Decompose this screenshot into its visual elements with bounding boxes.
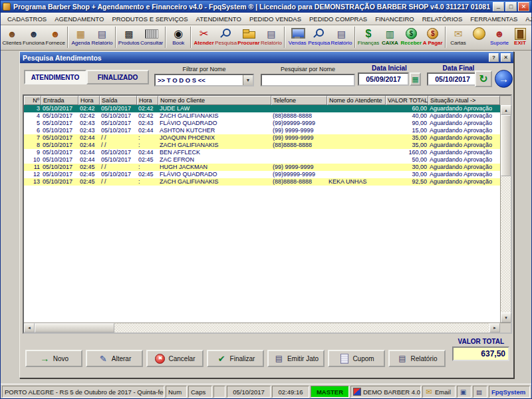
toolbar-button-a-pagar[interactable]: A Pagar — [422, 26, 443, 49]
toolbar-button-cartas[interactable]: Cartas — [448, 26, 468, 49]
toolbar-button-fornecedores[interactable]: Fornece — [45, 26, 65, 49]
toolbar-button-book[interactable]: Book — [168, 26, 188, 49]
calendar-icon[interactable] — [410, 72, 421, 86]
refresh-button[interactable] — [475, 70, 492, 87]
table-row[interactable]: 1005/10/201702:4405/10/201702:45ZAC EFRO… — [24, 156, 500, 164]
filter-by-name-label: Filtrar por Nome — [154, 66, 254, 72]
cell-hora_e: 02:45 — [78, 164, 100, 171]
table-row[interactable]: 1205/10/201702:4505/10/201702:45FLÁVIO Q… — [24, 171, 500, 178]
column-header-4[interactable]: Hora — [137, 96, 158, 105]
menu-item-relatorios[interactable]: RELATÓRIOS — [418, 14, 467, 24]
toolbar-button-caixa[interactable]: CAIXA — [380, 26, 400, 49]
toolbar-button-consultar[interactable]: Consultar — [140, 26, 163, 49]
horizontal-scrollbar[interactable] — [24, 323, 511, 332]
menu-item-ferramentas[interactable]: FERRAMENTAS — [466, 14, 521, 24]
maximize-icon[interactable] — [505, 2, 517, 11]
cell-telefone: (88)8888-8888 — [271, 178, 327, 186]
toolbar-button-agenda[interactable]: Agenda — [70, 26, 90, 49]
minimize-icon[interactable] — [493, 2, 504, 11]
toolbar-button-financas[interactable]: Finanças — [358, 26, 380, 49]
toolbar-button-vendas-relatorio[interactable]: Relatório — [331, 26, 352, 49]
status-panel-email[interactable]: Email — [422, 386, 456, 398]
toolbar-button-vendas[interactable]: Vendas — [287, 26, 307, 49]
scrollbar-thumb[interactable] — [501, 115, 511, 176]
scrollbar-thumb[interactable] — [35, 323, 114, 332]
tab-atendimento[interactable]: ATENDIMENTO — [24, 70, 86, 84]
emitir-jato-button[interactable]: Emitir Jato — [267, 350, 325, 367]
scrollbar-track[interactable] — [114, 323, 489, 332]
toolbar-button-atender[interactable]: Atender — [194, 26, 214, 49]
toolbar-button-produtos[interactable]: Produtos — [118, 26, 140, 49]
date-start-field[interactable]: 05/09/2017 — [358, 72, 409, 86]
column-header-6[interactable]: Telefone — [271, 96, 327, 105]
menu-item-cadastros[interactable]: CADASTROS — [3, 14, 51, 24]
table-row[interactable]: 805/10/201702:44/ /:ZACH GALIFIANAKIS(88… — [24, 142, 500, 149]
novo-button[interactable]: Novo — [25, 350, 82, 367]
menu-item-produtos-servicos[interactable]: PRODUTOS E SERVIÇOS — [108, 14, 192, 24]
go-button[interactable] — [495, 70, 513, 88]
toolbar-button-vendas-pesquisa[interactable]: Pesquisa — [308, 26, 330, 49]
menu-item-pedido-compras[interactable]: PEDIDO COMPRAS — [305, 14, 371, 24]
status-text: DEMO BARBER 4.0 — [363, 388, 420, 396]
help-icon[interactable] — [489, 53, 499, 62]
inner-close-icon[interactable] — [501, 53, 511, 62]
table-row[interactable]: 1105/10/201702:45/ /:HUGH JACKMAN(99) 99… — [24, 164, 500, 171]
scrollbar-track[interactable] — [501, 176, 511, 313]
button-label: Relatório — [410, 355, 437, 362]
cupom-button[interactable]: Cupom — [328, 350, 385, 367]
menu-item-ajuda[interactable]: AJUDA — [521, 14, 532, 24]
table-row[interactable]: 1305/10/201702:45/ /:ZACH GALIFIANAKIS(8… — [24, 178, 500, 186]
tab-finalizado[interactable]: FINALIZADO — [86, 70, 149, 84]
menu-item-pedido-vendas[interactable]: PEDIDO VENDAS — [245, 14, 305, 24]
column-header-7[interactable]: Nome do Atendente — [327, 96, 386, 105]
scroll-up-icon[interactable] — [501, 105, 511, 115]
table-row[interactable]: 305/10/201702:4205/10/201702:42JUDE LAW6… — [24, 105, 500, 112]
column-header-0[interactable]: Nº — [24, 96, 41, 105]
toolbar-separator — [284, 27, 285, 48]
column-header-8[interactable]: VALOR TOTAL — [386, 96, 428, 105]
toolbar-button-clientes[interactable]: Clientes — [2, 26, 22, 49]
menu-item-atendimento[interactable]: ATENDIMENTO — [192, 14, 245, 24]
toolbar-button-label: Vendas — [289, 40, 307, 46]
status-panel-tool2[interactable] — [473, 386, 487, 398]
cell-situacao: Aguardando Aprovação — [428, 105, 500, 112]
toolbar-button-atender-relatorio[interactable]: Relatório — [261, 26, 282, 49]
column-header-5[interactable]: Nome do Cliente — [158, 96, 271, 105]
close-icon[interactable] — [518, 2, 529, 11]
scroll-right-icon[interactable] — [489, 323, 500, 332]
table-row[interactable]: 705/10/201702:44/ /:JOAQUIN PHOENIX(99) … — [24, 134, 500, 142]
toolbar-button-suporte[interactable]: Suporte — [489, 26, 509, 49]
relatorio-button[interactable]: Relatório — [388, 350, 446, 367]
table-row[interactable]: 405/10/201702:4205/10/201702:42ZACH GALI… — [24, 112, 500, 120]
finalizar-button[interactable]: Finalizar — [207, 350, 264, 367]
filter-name-combobox[interactable]: >> T O D O S << — [154, 74, 254, 86]
toolbar-button-moedas[interactable] — [469, 26, 489, 49]
date-end-field[interactable]: 05/10/2017 — [427, 72, 478, 86]
cell-hora_s: 02:44 — [137, 149, 158, 156]
toolbar-button-exit[interactable]: EXIT — [510, 26, 530, 49]
cell-saida: / / — [100, 134, 137, 142]
scroll-left-icon[interactable] — [24, 323, 35, 332]
vertical-scrollbar[interactable] — [500, 105, 511, 323]
status-panel-tool1[interactable] — [457, 386, 471, 398]
column-header-1[interactable]: Entrada — [41, 96, 78, 105]
toolbar-button-funcionarios[interactable]: Funciona — [23, 26, 45, 49]
toolbar-button-agenda-relatorio[interactable]: Relatório — [91, 26, 112, 49]
scroll-down-icon[interactable] — [501, 313, 511, 323]
chevron-down-icon[interactable] — [243, 75, 253, 85]
column-header-9[interactable]: Situação Atual -> — [428, 96, 500, 105]
column-header-2[interactable]: Hora — [78, 96, 100, 105]
cancelar-button[interactable]: Cancelar — [146, 350, 203, 367]
alterar-button[interactable]: Alterar — [86, 350, 143, 367]
table-row[interactable]: 505/10/201702:4305/10/201702:43FLÁVIO QU… — [24, 120, 500, 127]
toolbar-button-procurar[interactable]: Procurar — [237, 26, 259, 49]
toolbar-button-atender-pesquisa[interactable]: Pesquisa — [215, 26, 237, 49]
menu-item-financeiro[interactable]: FINANCEIRO — [371, 14, 418, 24]
menu-item-agendamento[interactable]: AGENDAMENTO — [51, 14, 108, 24]
search-input[interactable] — [261, 74, 355, 86]
column-header-3[interactable]: Saída — [100, 96, 137, 105]
table-row[interactable]: 605/10/201702:4305/10/201702:44ASHTON KU… — [24, 127, 500, 134]
inner-window-title: Pesquisa Atendimentos — [23, 54, 102, 62]
toolbar-button-receber[interactable]: Receber — [400, 26, 422, 49]
table-row[interactable]: 905/10/201702:4405/10/201702:44BEN AFFLE… — [24, 149, 500, 156]
